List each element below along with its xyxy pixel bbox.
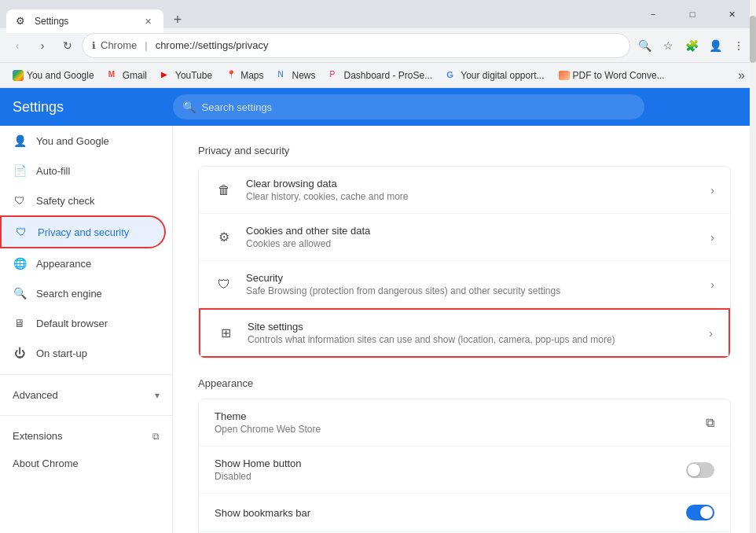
- theme-text: Theme Open Chrome Web Store: [215, 410, 699, 435]
- sidebar-item-about-chrome[interactable]: About Chrome: [0, 450, 172, 477]
- security-row[interactable]: 🛡 Security Safe Browsing (protection fro…: [199, 261, 730, 308]
- bookmark-maps[interactable]: 📍 Maps: [220, 67, 270, 84]
- sidebar-item-autofill[interactable]: 📄 Auto-fill: [0, 156, 166, 186]
- bookmarks-bar: You and Google M Gmail ▶ YouTube 📍 Maps …: [0, 63, 756, 88]
- main-content: Privacy and security 🗑 Clear browsing da…: [173, 126, 756, 533]
- security-chevron: ›: [710, 278, 714, 291]
- site-settings-row[interactable]: ⊞ Site settings Controls what informatio…: [199, 308, 730, 358]
- settings-tab[interactable]: ⚙ Settings ✕: [6, 9, 163, 33]
- theme-subtitle: Open Chrome Web Store: [215, 424, 699, 435]
- site-settings-title: Site settings: [248, 321, 703, 333]
- sidebar-label-safety-check: Safety check: [36, 195, 94, 207]
- search-icon: 🔍: [182, 101, 196, 113]
- bookmarks-bar-row[interactable]: Show bookmarks bar: [199, 494, 730, 532]
- bookmark-button[interactable]: ☆: [657, 35, 679, 57]
- bookmark-apps[interactable]: You and Google: [6, 67, 101, 84]
- sidebar-advanced-section[interactable]: Advanced ▾: [0, 381, 172, 409]
- dashboard-label: Dashboard - ProSe...: [344, 70, 433, 81]
- sidebar-item-default-browser[interactable]: 🖥 Default browser: [0, 308, 166, 338]
- dashboard-favicon: P: [330, 70, 341, 81]
- site-settings-icon: ⊞: [216, 324, 235, 343]
- bookmark-pdf[interactable]: PDF to Word Conve...: [552, 67, 671, 84]
- url-separator: |: [145, 39, 147, 51]
- sidebar-item-on-startup[interactable]: ⏻ On start-up: [0, 338, 166, 368]
- maximize-button[interactable]: □: [674, 3, 710, 25]
- sidebar-item-search-engine[interactable]: 🔍 Search engine: [0, 278, 166, 308]
- bookmark-gmail[interactable]: M Gmail: [102, 67, 153, 84]
- bookmarks-bar-text: Show bookmarks bar: [215, 507, 686, 519]
- news-favicon: N: [277, 70, 288, 81]
- reload-button[interactable]: ↻: [57, 35, 79, 57]
- site-settings-chevron: ›: [709, 327, 713, 340]
- clear-browsing-chevron: ›: [710, 184, 714, 197]
- google-label: Your digital opport...: [461, 70, 544, 81]
- bookmark-youtube[interactable]: ▶ YouTube: [155, 67, 218, 84]
- search-input[interactable]: [202, 101, 635, 113]
- autofill-icon: 📄: [13, 164, 27, 178]
- sidebar-item-extensions[interactable]: Extensions ⧉: [0, 422, 172, 450]
- bookmarks-bar-title: Show bookmarks bar: [215, 507, 686, 519]
- home-button-subtitle: Disabled: [215, 471, 686, 482]
- privacy-section-title: Privacy and security: [198, 145, 731, 156]
- sidebar-item-you-google[interactable]: 👤 You and Google: [0, 126, 166, 156]
- apps-favicon: [13, 70, 24, 81]
- cookies-row[interactable]: ⚙ Cookies and other site data Cookies ar…: [199, 214, 730, 261]
- gmail-favicon: M: [108, 70, 119, 81]
- maps-label: Maps: [240, 70, 263, 81]
- new-tab-button[interactable]: +: [167, 9, 189, 31]
- home-button-title: Show Home button: [215, 458, 686, 469]
- bookmarks-bar-toggle[interactable]: [686, 505, 714, 520]
- sidebar-item-privacy-security[interactable]: 🛡 Privacy and security: [0, 215, 166, 248]
- more-bookmarks-button[interactable]: »: [733, 67, 750, 84]
- home-button-toggle[interactable]: [686, 462, 714, 478]
- close-button[interactable]: ✕: [714, 3, 750, 25]
- sidebar-label-you-google: You and Google: [36, 135, 109, 147]
- appearance-card: Theme Open Chrome Web Store ⧉ Show Home …: [198, 399, 731, 533]
- search-engine-icon: 🔍: [13, 286, 27, 300]
- appearance-section-title: Appearance: [198, 377, 731, 389]
- theme-row[interactable]: Theme Open Chrome Web Store ⧉: [199, 399, 730, 447]
- sidebar-label-privacy-security: Privacy and security: [38, 226, 129, 238]
- site-icon: ℹ: [92, 40, 96, 51]
- cookies-text: Cookies and other site data Cookies are …: [246, 225, 704, 249]
- news-label: News: [292, 70, 315, 81]
- clear-browsing-subtitle: Clear history, cookies, cache and more: [246, 191, 704, 202]
- clear-browsing-title: Clear browsing data: [246, 178, 704, 189]
- you-google-icon: 👤: [13, 134, 27, 148]
- search-button[interactable]: 🔍: [633, 35, 655, 57]
- bookmark-news[interactable]: N News: [271, 67, 321, 84]
- tab-close-button[interactable]: ✕: [141, 15, 154, 28]
- sidebar-divider2: [0, 415, 172, 416]
- settings-search-bar[interactable]: 🔍: [173, 94, 644, 119]
- clear-browsing-text: Clear browsing data Clear history, cooki…: [246, 178, 704, 202]
- about-chrome-label: About Chrome: [13, 458, 79, 469]
- address-bar[interactable]: ℹ Chrome | chrome://settings/privacy: [82, 33, 630, 58]
- home-button-row[interactable]: Show Home button Disabled: [199, 447, 730, 494]
- site-settings-text: Site settings Controls what information …: [248, 321, 703, 345]
- profile-button[interactable]: 👤: [704, 35, 726, 57]
- privacy-security-icon: 🛡: [14, 225, 28, 239]
- forward-button[interactable]: ›: [31, 35, 53, 57]
- sidebar-item-safety-check[interactable]: 🛡 Safety check: [0, 186, 166, 215]
- security-icon: 🛡: [215, 275, 233, 294]
- extensions-icon: ⧉: [152, 431, 160, 442]
- tab-strip: ⚙ Settings ✕ +: [6, 0, 632, 28]
- browser-frame: ⚙ Settings ✕ + − □ ✕ ‹ › ↻ ℹ Chrome | ch…: [0, 0, 756, 533]
- nav-bar: ‹ › ↻ ℹ Chrome | chrome://settings/priva…: [0, 28, 756, 63]
- minimize-button[interactable]: −: [635, 3, 671, 25]
- clear-browsing-row[interactable]: 🗑 Clear browsing data Clear history, coo…: [199, 167, 730, 214]
- scrollbar[interactable]: [750, 126, 756, 533]
- default-browser-icon: 🖥: [13, 316, 27, 330]
- menu-button[interactable]: ⋮: [728, 35, 750, 57]
- extensions-button[interactable]: 🧩: [681, 35, 703, 57]
- theme-title: Theme: [215, 410, 699, 422]
- google-favicon: G: [446, 70, 457, 81]
- cookies-icon: ⚙: [215, 228, 233, 247]
- sidebar-item-appearance[interactable]: 🌐 Appearance: [0, 248, 166, 278]
- pdf-label: PDF to Word Conve...: [573, 70, 665, 81]
- bookmark-dashboard[interactable]: P Dashboard - ProSe...: [324, 67, 439, 84]
- bookmark-google[interactable]: G Your digital opport...: [440, 67, 550, 84]
- back-button[interactable]: ‹: [6, 35, 28, 57]
- theme-external-link-icon: ⧉: [706, 416, 714, 430]
- sidebar-label-default-browser: Default browser: [36, 318, 108, 329]
